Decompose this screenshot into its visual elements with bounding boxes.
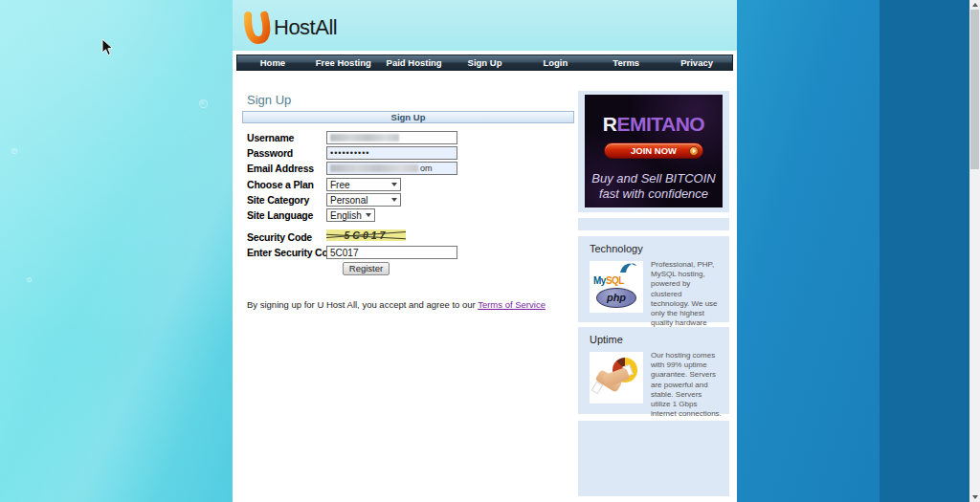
- sidebar-technology-panel: Technology MySQL php Professional, PHP, …: [578, 236, 729, 322]
- sidebar-divider-strip: [578, 218, 729, 230]
- chevron-down-icon: [391, 183, 397, 186]
- terms-of-service-link[interactable]: Terms of Service: [478, 299, 546, 310]
- ad-tagline-line2: fast with confidence: [585, 186, 723, 202]
- mysql-logo-text: MySQL: [593, 275, 624, 286]
- form-row-plan: Choose a Plan Free: [247, 178, 401, 191]
- password-label: Password: [247, 147, 326, 159]
- mysql-sql: SQL: [606, 275, 624, 286]
- join-now-button[interactable]: JOIN NOW: [604, 142, 703, 159]
- chevron-down-icon: [391, 198, 397, 202]
- email-input[interactable]: om: [326, 162, 457, 175]
- language-label: Site Language: [247, 209, 326, 221]
- ad-tagline-line1: Buy and Sell BITCOIN: [585, 171, 723, 186]
- ad-tagline: Buy and Sell BITCOIN fast with confidenc…: [585, 171, 723, 203]
- form-row-username: Username: [247, 131, 457, 144]
- form-row-email: Email Address om: [247, 162, 457, 175]
- mouse-cursor-icon: [101, 38, 114, 56]
- sidebar-empty-panel: [578, 421, 729, 496]
- plan-selected-value: Free: [330, 180, 350, 190]
- nav-item-login[interactable]: Login: [520, 55, 590, 70]
- category-select[interactable]: Personal: [326, 193, 401, 207]
- security-code-label: Security Code: [247, 231, 326, 243]
- redacted-email-text: [330, 164, 418, 172]
- scroll-down-arrow-icon: [972, 495, 978, 499]
- page-title: Sign Up: [247, 93, 291, 107]
- password-input[interactable]: ••••••••••: [326, 146, 457, 160]
- enter-security-code-label: Enter Security Code: [247, 247, 326, 258]
- technology-icon-box: MySQL php: [590, 261, 643, 313]
- redacted-username-text: [330, 134, 399, 142]
- mysql-my: My: [593, 275, 606, 286]
- terms-agreement-note: By signing up for U Host All, you accept…: [247, 299, 546, 310]
- scrollbar-thumb[interactable]: [970, 10, 979, 169]
- browser-scrollbar[interactable]: [969, 0, 980, 502]
- uptime-icon-box: [590, 352, 643, 404]
- password-mask-text: ••••••••••: [330, 148, 370, 158]
- nav-item-home[interactable]: Home: [237, 55, 308, 70]
- scrollbar-up-button[interactable]: [969, 0, 980, 10]
- scrollbar-down-button[interactable]: [969, 492, 980, 502]
- category-label: Site Category: [247, 194, 326, 206]
- sidebar-ad-panel: REMITANO JOIN NOW Buy and Sell BITCOIN f…: [578, 91, 729, 212]
- background-bubble: [27, 277, 32, 282]
- nav-item-privacy[interactable]: Privacy: [661, 55, 732, 70]
- logo-text: HostAll: [274, 15, 337, 40]
- email-label: Email Address: [247, 163, 326, 174]
- uptime-description: Our hosting comes with 99% uptime guaran…: [651, 351, 722, 420]
- remitano-brand-rest: EMITANO: [616, 113, 704, 135]
- remitano-brand: REMITANO: [585, 113, 723, 136]
- plan-label: Choose a Plan: [247, 179, 326, 190]
- form-row-security-code: Security Code: [247, 230, 326, 244]
- uptime-title: Uptime: [590, 334, 623, 345]
- security-code-input[interactable]: 5C017: [326, 246, 457, 259]
- mysql-dolphin-icon: [593, 261, 639, 274]
- nav-item-paid-hosting[interactable]: Paid Hosting: [379, 55, 450, 70]
- form-row-enter-security-code: Enter Security Code 5C017: [247, 246, 457, 259]
- page-column: HostAll Home Free Hosting Paid Hosting S…: [233, 0, 737, 502]
- username-input[interactable]: [326, 131, 457, 144]
- username-label: Username: [247, 132, 326, 143]
- language-selected-value: English: [330, 210, 362, 221]
- join-now-label: JOIN NOW: [631, 145, 677, 156]
- sidebar-uptime-panel: Uptime Our hosting comes with 99% uptime…: [578, 327, 729, 414]
- plan-select[interactable]: Free: [326, 178, 401, 191]
- remitano-ad-banner[interactable]: REMITANO JOIN NOW Buy and Sell BITCOIN f…: [585, 95, 723, 207]
- form-row-category: Site Category Personal: [247, 193, 401, 207]
- remitano-brand-first-letter: R: [603, 113, 617, 135]
- form-row-language: Site Language English: [247, 208, 375, 222]
- register-button[interactable]: Register: [343, 262, 390, 275]
- technology-title: Technology: [590, 243, 643, 254]
- site-logo[interactable]: HostAll: [243, 9, 337, 47]
- nav-item-terms[interactable]: Terms: [590, 55, 661, 70]
- security-code-input-value: 5C017: [330, 248, 358, 258]
- background-bubble: [11, 148, 17, 154]
- email-visible-suffix: om: [420, 164, 433, 173]
- mysql-logo-icon: MySQL: [593, 265, 639, 286]
- background-bubble: [199, 99, 208, 108]
- main-navbar: Home Free Hosting Paid Hosting Sign Up L…: [236, 55, 733, 71]
- chevron-down-icon: [366, 213, 371, 217]
- captcha-image: 5C017: [326, 229, 406, 241]
- form-row-password: Password ••••••••••: [247, 146, 457, 160]
- language-select[interactable]: English: [326, 208, 375, 222]
- nav-item-sign-up[interactable]: Sign Up: [450, 55, 521, 70]
- form-panel-header: Sign Up: [242, 111, 574, 123]
- arrow-circle-icon: [689, 146, 699, 156]
- category-selected-value: Personal: [330, 195, 368, 206]
- terms-agreement-text: By signing up for U Host All, you accept…: [247, 299, 476, 310]
- scroll-up-arrow-icon: [972, 3, 978, 7]
- nav-item-free-hosting[interactable]: Free Hosting: [308, 55, 379, 70]
- php-logo-icon: php: [596, 288, 636, 308]
- uhostall-logo-icon: [243, 11, 272, 45]
